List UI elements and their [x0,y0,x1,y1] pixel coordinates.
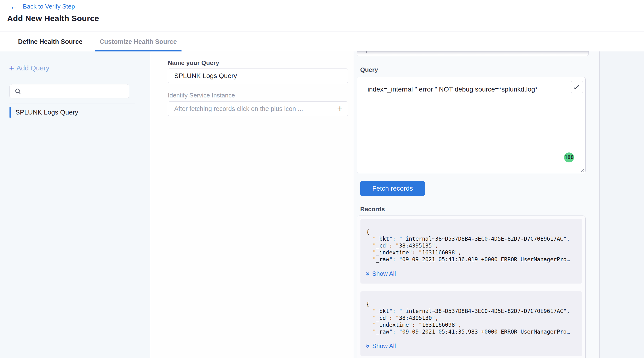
query-name-value: SPLUNK Logs Query [174,72,237,80]
show-all-link[interactable]: » Show All [366,270,576,277]
clipped-input-above[interactable] [357,51,589,56]
query-search-box[interactable] [10,84,129,98]
tab-define-health-source[interactable]: Define Health Source [14,32,87,51]
query-name-input[interactable]: SPLUNK Logs Query [168,68,348,83]
fetch-records-button[interactable]: Fetch records [360,181,425,196]
back-link[interactable]: ← Back to Verify Step [10,2,75,10]
query-label: Query [360,66,378,73]
record-json-line: "_raw": "09-09-2021 05:41:36.019 +0000 E… [366,256,576,263]
query-item-label: SPLUNK Logs Query [16,109,78,116]
record-json-line: "_cd": "38:4395130", [366,315,576,322]
record-json-line: "_bkt": "_internal~38~D537D8B4-3EC0-4D5E… [366,235,576,242]
query-editor[interactable]: index=_internal " error " NOT debug sour… [357,77,586,173]
record-count-badge: 100 [564,152,574,162]
expand-query-button[interactable] [571,81,583,93]
clipped-cursor [366,51,367,53]
records-container: { "_bkt": "_internal~38~D537D8B4-3EC0-4D… [357,216,586,358]
plus-icon: + [9,64,14,72]
show-all-link[interactable]: » Show All [366,342,576,350]
drawer-content: + Add Query SPLUNK Logs Query Name your … [0,51,644,358]
double-chevron-down-icon: » [366,344,371,348]
sidebar-divider [10,104,135,104]
search-input[interactable] [25,88,124,95]
double-chevron-down-icon: » [366,272,371,276]
show-all-label: Show All [372,270,396,277]
resize-handle[interactable] [579,167,585,172]
record-json-line: { [366,229,576,235]
add-query-label: Add Query [16,64,49,72]
page-title: Add New Health Source [7,14,99,23]
add-service-instance-plus-icon[interactable]: + [337,105,343,113]
record-json-line: "_bkt": "_internal~38~D537D8B4-3EC0-4D5E… [366,308,576,315]
name-query-label: Name your Query [168,59,219,67]
tab-label: Define Health Source [18,38,82,45]
record-json-line: "_indextime": "1631166098", [366,249,576,256]
record-json-line: "_cd": "38:4395135", [366,242,576,249]
drawer-header: ← Back to Verify Step Add New Health Sou… [0,0,644,32]
query-mapping-panel: Name your Query SPLUNK Logs Query Identi… [150,51,354,358]
record-card: { "_bkt": "_internal~38~D537D8B4-3EC0-4D… [360,291,582,356]
query-text: index=_internal " error " NOT debug sour… [368,86,538,93]
tab-label: Customize Health Source [100,38,177,45]
tab-bar: Define Health Source Customize Health So… [0,32,644,51]
page-background-margin [600,51,644,358]
search-icon [14,87,22,95]
record-json-line: { [366,301,576,308]
add-query-button[interactable]: + Add Query [9,64,49,72]
add-health-source-drawer: ← Back to Verify Step Add New Health Sou… [0,0,644,358]
selected-indicator-bar [10,107,11,118]
query-results-panel: Query index=_internal " error " NOT debu… [354,51,600,358]
expand-icon [573,83,580,91]
back-link-label: Back to Verify Step [23,3,75,10]
records-label: Records [360,206,385,213]
record-card: { "_bkt": "_internal~38~D537D8B4-3EC0-4D… [360,219,582,284]
query-list-item-splunk-logs-query[interactable]: SPLUNK Logs Query [10,107,78,118]
record-json-line: "_raw": "09-09-2021 05:41:35.983 +0000 E… [366,328,576,335]
back-arrow-icon: ← [10,2,18,10]
tab-customize-health-source[interactable]: Customize Health Source [96,32,181,51]
service-instance-placeholder: After fetching records click on the plus… [174,105,337,113]
record-json-line: "_indextime": "1631166098", [366,322,576,328]
show-all-label: Show All [372,342,396,350]
query-sidebar: + Add Query SPLUNK Logs Query [0,51,150,358]
service-instance-input[interactable]: After fetching records click on the plus… [168,101,348,116]
service-instance-label: Identify Service Instance [168,92,235,99]
